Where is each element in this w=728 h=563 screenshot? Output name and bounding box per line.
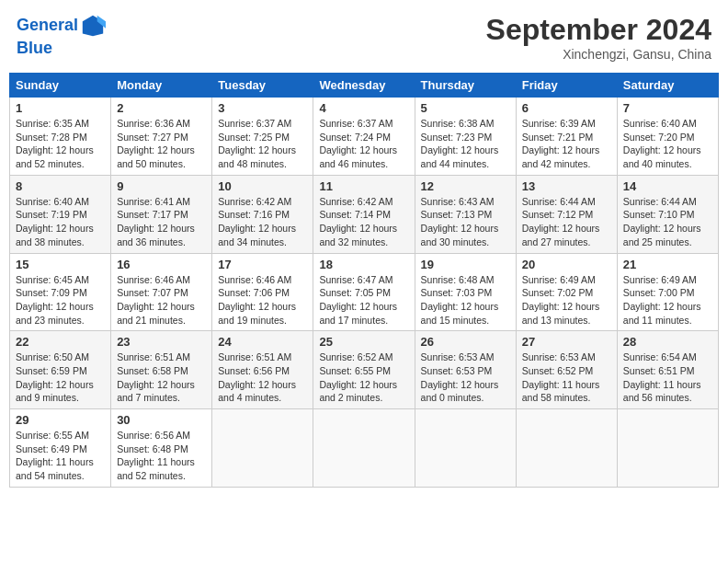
table-row: 5Sunrise: 6:38 AMSunset: 7:23 PMDaylight… bbox=[415, 98, 516, 176]
table-row: 17Sunrise: 6:46 AMSunset: 7:06 PMDayligh… bbox=[212, 253, 313, 331]
table-row: 9Sunrise: 6:41 AMSunset: 7:17 PMDaylight… bbox=[111, 175, 212, 253]
table-row: 13Sunrise: 6:44 AMSunset: 7:12 PMDayligh… bbox=[516, 175, 617, 253]
location: Xinchengzi, Gansu, China bbox=[486, 47, 711, 62]
logo-icon bbox=[80, 13, 106, 39]
table-row: 8Sunrise: 6:40 AMSunset: 7:19 PMDaylight… bbox=[10, 175, 111, 253]
col-monday: Monday bbox=[111, 74, 212, 98]
table-row: 15Sunrise: 6:45 AMSunset: 7:09 PMDayligh… bbox=[10, 253, 111, 331]
col-wednesday: Wednesday bbox=[313, 74, 415, 98]
table-row bbox=[617, 409, 718, 488]
table-row: 1Sunrise: 6:35 AMSunset: 7:28 PMDaylight… bbox=[10, 98, 111, 176]
table-row: 25Sunrise: 6:52 AMSunset: 6:55 PMDayligh… bbox=[313, 331, 415, 409]
table-row: 4Sunrise: 6:37 AMSunset: 7:24 PMDaylight… bbox=[313, 98, 415, 176]
page-header: General Blue September 2024 Xinchengzi, … bbox=[9, 9, 719, 65]
table-row bbox=[516, 409, 617, 488]
table-row: 26Sunrise: 6:53 AMSunset: 6:53 PMDayligh… bbox=[415, 331, 516, 409]
table-row: 14Sunrise: 6:44 AMSunset: 7:10 PMDayligh… bbox=[617, 175, 718, 253]
table-row: 2Sunrise: 6:36 AMSunset: 7:27 PMDaylight… bbox=[111, 98, 212, 176]
calendar-table: Sunday Monday Tuesday Wednesday Thursday… bbox=[9, 73, 719, 488]
col-saturday: Saturday bbox=[617, 74, 718, 98]
table-row: 20Sunrise: 6:49 AMSunset: 7:02 PMDayligh… bbox=[516, 253, 617, 331]
table-row: 23Sunrise: 6:51 AMSunset: 6:58 PMDayligh… bbox=[111, 331, 212, 409]
table-row: 3Sunrise: 6:37 AMSunset: 7:25 PMDaylight… bbox=[212, 98, 313, 176]
table-row: 11Sunrise: 6:42 AMSunset: 7:14 PMDayligh… bbox=[313, 175, 415, 253]
table-row: 29Sunrise: 6:55 AMSunset: 6:49 PMDayligh… bbox=[10, 409, 111, 488]
col-tuesday: Tuesday bbox=[212, 74, 313, 98]
month-title: September 2024 bbox=[486, 13, 711, 47]
col-friday: Friday bbox=[516, 74, 617, 98]
col-thursday: Thursday bbox=[415, 74, 516, 98]
table-row bbox=[212, 409, 313, 488]
logo-text2: Blue bbox=[17, 39, 52, 59]
table-row: 16Sunrise: 6:46 AMSunset: 7:07 PMDayligh… bbox=[111, 253, 212, 331]
table-row: 22Sunrise: 6:50 AMSunset: 6:59 PMDayligh… bbox=[10, 331, 111, 409]
calendar-header-row: Sunday Monday Tuesday Wednesday Thursday… bbox=[10, 74, 719, 98]
logo: General Blue bbox=[17, 13, 106, 59]
table-row: 12Sunrise: 6:43 AMSunset: 7:13 PMDayligh… bbox=[415, 175, 516, 253]
table-row: 30Sunrise: 6:56 AMSunset: 6:48 PMDayligh… bbox=[111, 409, 212, 488]
title-block: September 2024 Xinchengzi, Gansu, China bbox=[486, 13, 711, 62]
table-row bbox=[415, 409, 516, 488]
table-row: 27Sunrise: 6:53 AMSunset: 6:52 PMDayligh… bbox=[516, 331, 617, 409]
table-row: 6Sunrise: 6:39 AMSunset: 7:21 PMDaylight… bbox=[516, 98, 617, 176]
table-row: 7Sunrise: 6:40 AMSunset: 7:20 PMDaylight… bbox=[617, 98, 718, 176]
table-row: 28Sunrise: 6:54 AMSunset: 6:51 PMDayligh… bbox=[617, 331, 718, 409]
table-row: 19Sunrise: 6:48 AMSunset: 7:03 PMDayligh… bbox=[415, 253, 516, 331]
table-row: 18Sunrise: 6:47 AMSunset: 7:05 PMDayligh… bbox=[313, 253, 415, 331]
col-sunday: Sunday bbox=[10, 74, 111, 98]
table-row: 10Sunrise: 6:42 AMSunset: 7:16 PMDayligh… bbox=[212, 175, 313, 253]
table-row: 21Sunrise: 6:49 AMSunset: 7:00 PMDayligh… bbox=[617, 253, 718, 331]
table-row: 24Sunrise: 6:51 AMSunset: 6:56 PMDayligh… bbox=[212, 331, 313, 409]
logo-text: General bbox=[17, 16, 78, 36]
table-row bbox=[313, 409, 415, 488]
